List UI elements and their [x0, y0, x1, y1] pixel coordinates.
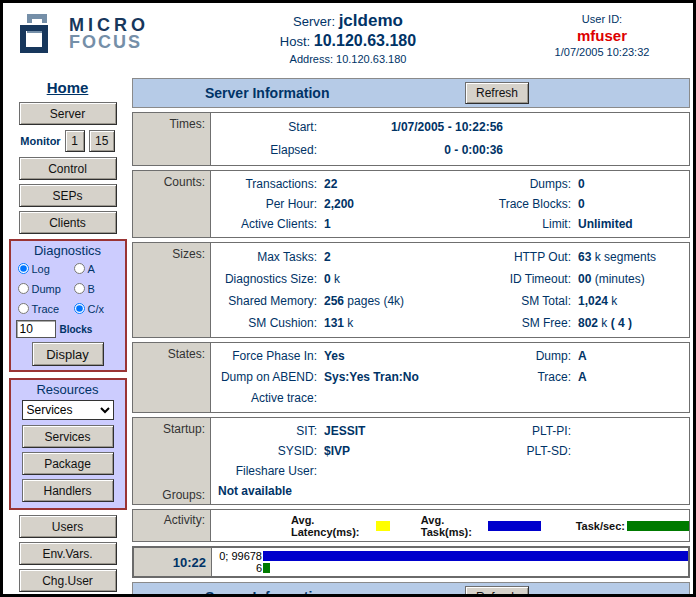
radio-cx[interactable]: C/x: [72, 299, 120, 318]
logo-text: MICRO FOCUS: [69, 17, 149, 51]
users-button[interactable]: Users: [19, 515, 117, 538]
diagnostics-title: Diagnostics: [34, 243, 101, 258]
radio-b[interactable]: B: [72, 279, 120, 298]
resources-dropdown[interactable]: Services: [22, 400, 114, 420]
home-link[interactable]: Home: [47, 79, 89, 96]
sharedmem-label: Shared Memory:: [211, 290, 317, 312]
radio-trace[interactable]: Trace: [16, 299, 72, 318]
header: MICRO FOCUS Server: jcldemo Host: 10.120…: [3, 3, 693, 73]
address-line: Address: 10.120.63.180: [173, 53, 523, 65]
elapsed-label: Elapsed:: [211, 139, 317, 162]
page-title: Server Information: [205, 85, 329, 101]
counts-section-label: Counts:: [133, 175, 205, 189]
sizes-row: SM Cushion: 131 k SM Free: 802 k ( 4 ): [211, 312, 689, 334]
counts-row: Active Clients: 1 Limit: Unlimited: [211, 214, 689, 234]
groups-value: Not available: [211, 481, 689, 501]
package-button[interactable]: Package: [22, 452, 114, 475]
sizes-row: Diagnostics Size: 0 k ID Timeout: 00 (mi…: [211, 268, 689, 290]
tps-swatch-icon: [627, 521, 689, 531]
body: Home Server Monitor 1 15 Control SEPs Cl…: [3, 73, 693, 597]
httpout-label: HTTP Out:: [459, 246, 571, 268]
pltpi-value: [571, 421, 689, 441]
activity-section-label: Activity:: [133, 513, 205, 527]
main-content: Server Information Refresh Times: Start:…: [132, 78, 690, 597]
section-times: Times: Start: 1/07/2005 - 10:22:56 Elaps…: [132, 112, 690, 166]
states-row: Force Phase In: Yes Dump: A: [211, 346, 689, 367]
refresh-button-bottom[interactable]: Refresh: [465, 586, 529, 597]
elapsed-value: 0 - 0:00:36: [317, 139, 503, 162]
dump-state-label: Dump:: [459, 346, 571, 367]
clients-button[interactable]: Clients: [19, 211, 117, 234]
envvars-button[interactable]: Env.Vars.: [19, 542, 117, 565]
startup-row: SIT: JESSIT PLT-PI:: [211, 421, 689, 441]
legend-latency-label: Avg. Latency(ms):: [291, 514, 374, 538]
pltsd-label: PLT-SD:: [459, 441, 571, 461]
radio-dump-label: Dump: [32, 283, 61, 295]
transactions-value: 22: [317, 174, 459, 194]
radio-dump-input[interactable]: [18, 283, 29, 294]
counts-row: Per Hour: 2,200 Trace Blocks: 0: [211, 194, 689, 214]
radio-cx-input[interactable]: [74, 303, 85, 314]
dumps-value: 0: [571, 174, 689, 194]
counts-row: Transactions: 22 Dumps: 0: [211, 174, 689, 194]
activity-bar-row: 0; 99678: [215, 550, 688, 562]
server-button[interactable]: Server: [19, 102, 117, 125]
sit-label: SIT:: [211, 421, 317, 441]
pltpi-label: PLT-PI:: [459, 421, 571, 441]
radio-trace-label: Trace: [32, 303, 60, 315]
graph-time-label: 10:22: [134, 555, 206, 570]
section-startup: Startup: Groups: SIT: JESSIT PLT-PI: SYS…: [132, 417, 690, 505]
startup-row: Fileshare User:: [211, 461, 689, 481]
section-activity-graph: 10:22 0; 99678 6: [132, 546, 690, 578]
sizes-section-label: Sizes:: [133, 247, 205, 261]
graph-row1-value: 0; 99678: [215, 550, 263, 562]
radio-b-input[interactable]: [74, 283, 85, 294]
forcephase-value: Yes: [317, 346, 459, 367]
chguser-button[interactable]: Chg.User: [19, 569, 117, 592]
radio-a[interactable]: A: [72, 259, 120, 278]
blocks-input[interactable]: [16, 320, 56, 338]
radio-a-input[interactable]: [74, 263, 85, 274]
resources-title: Resources: [36, 382, 98, 397]
sit-value: JESSIT: [317, 421, 459, 441]
idtimeout-value: 00 (minutes): [571, 268, 689, 290]
host-label: Host:: [280, 34, 310, 49]
radio-dump[interactable]: Dump: [16, 279, 72, 298]
control-button[interactable]: Control: [19, 157, 117, 180]
server-value: jcldemo: [339, 11, 403, 30]
display-button[interactable]: Display: [32, 342, 104, 366]
address-value: 10.120.63.180: [336, 53, 406, 65]
legend-task: Avg. Task(ms):: [421, 514, 576, 538]
services-button[interactable]: Services: [22, 425, 114, 448]
sizes-row: Shared Memory: 256 pages (4k) SM Total: …: [211, 290, 689, 312]
diagnostics-panel: Diagnostics Log A Dump B Trace C/x Block…: [9, 239, 127, 372]
smfree-label: SM Free:: [459, 312, 571, 334]
task-per-sec-bar: [263, 563, 270, 573]
monitor-15-button[interactable]: 15: [89, 130, 115, 152]
diagnostics-radio-group: Log A Dump B Trace C/x: [16, 259, 120, 318]
legend-tps: Task/sec:: [576, 520, 689, 532]
perhour-value: 2,200: [317, 194, 459, 214]
server-identity: Server: jcldemo Host: 10.120.63.180 Addr…: [173, 3, 523, 65]
radio-log-input[interactable]: [18, 263, 29, 274]
activeclients-value: 1: [317, 214, 459, 234]
radio-log[interactable]: Log: [16, 259, 72, 278]
smcushion-label: SM Cushion:: [211, 312, 317, 334]
legend-task-label: Avg. Task(ms):: [421, 514, 487, 538]
monitor-row: Monitor 1 15: [20, 129, 114, 153]
refresh-button-top[interactable]: Refresh: [465, 82, 529, 104]
sharedmem-value: 256 pages (4k): [317, 290, 459, 312]
mf-admin-page: MICRO FOCUS Server: jcldemo Host: 10.120…: [0, 0, 696, 597]
fileshare-value: [317, 461, 459, 481]
maxtasks-label: Max Tasks:: [211, 246, 317, 268]
handlers-button[interactable]: Handlers: [22, 479, 114, 502]
resources-panel: Resources Services Services Package Hand…: [9, 378, 127, 510]
monitor-1-button[interactable]: 1: [65, 130, 85, 152]
seps-button[interactable]: SEPs: [19, 184, 117, 207]
radio-trace-input[interactable]: [18, 303, 29, 314]
states-row: Dump on ABEND: Sys:Yes Tran:No Trace: A: [211, 367, 689, 388]
limit-label: Limit:: [459, 214, 571, 234]
server-label: Server:: [293, 14, 335, 29]
trace-state-label: Trace:: [459, 367, 571, 388]
times-row-start: Start: 1/07/2005 - 10:22:56: [211, 116, 689, 139]
